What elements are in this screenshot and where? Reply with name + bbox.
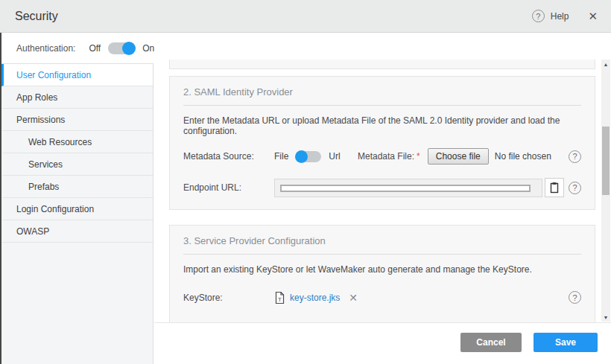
section-gap	[169, 210, 595, 225]
section-title: 3. Service Provider Configuration	[183, 235, 581, 246]
metadata-source-url-label: Url	[329, 151, 340, 162]
endpoint-url-row: Endpoint URL: ?	[183, 178, 581, 197]
sidebar-item-label: Services	[28, 159, 63, 170]
file-icon: T	[274, 291, 285, 304]
keystore-help-icon[interactable]: ?	[569, 291, 581, 304]
sidebar-item-label: OWASP	[16, 226, 49, 237]
keystore-file-link[interactable]: key-store.jks	[290, 293, 340, 303]
sidebar-item-login-configuration[interactable]: Login Configuration	[1, 198, 153, 220]
help-link[interactable]: Help	[551, 11, 569, 22]
help-icon[interactable]: ?	[532, 10, 545, 22]
scroll-down-icon[interactable]: ▼	[601, 313, 610, 322]
sidebar-item-web-resources[interactable]: Web Resources	[1, 131, 153, 153]
endpoint-url-help-icon[interactable]: ?	[569, 182, 581, 194]
metadata-file-label: Metadata File:*	[358, 151, 420, 162]
section-divider	[183, 105, 581, 106]
sidebar-item-label: Login Configuration	[16, 204, 94, 214]
choose-file-button[interactable]: Choose file	[428, 148, 489, 165]
sidebar: User Configuration App Roles Permissions…	[1, 63, 153, 364]
dialog-left-edge	[0, 33, 1, 364]
toggle-knob	[122, 42, 136, 55]
security-dialog: Security ? Help ✕ Authentication: Off On…	[0, 0, 611, 364]
service-provider-configuration-section: 3. Service Provider Configuration Import…	[169, 225, 595, 322]
sidebar-item-services[interactable]: Services	[1, 153, 153, 176]
scrollbar-thumb[interactable]	[602, 127, 610, 195]
metadata-source-toggle[interactable]	[296, 151, 321, 162]
section-description: Import an existing KeyStore or let WaveM…	[183, 264, 581, 275]
copy-button[interactable]	[545, 178, 564, 197]
metadata-source-toggle-group: File Url	[274, 151, 358, 162]
sidebar-item-label: User Configuration	[16, 70, 91, 80]
sidebar-item-prefabs[interactable]: Prefabs	[1, 176, 153, 198]
endpoint-url-input[interactable]	[274, 179, 542, 197]
sidebar-item-user-configuration[interactable]: User Configuration	[1, 64, 153, 86]
metadata-source-row: Metadata Source: File Url Metadata File:…	[183, 148, 581, 165]
section-divider	[183, 254, 581, 255]
sidebar-item-permissions[interactable]: Permissions	[1, 109, 153, 131]
section-title: 2. SAML Identity Provider	[183, 86, 581, 98]
sidebar-item-owasp[interactable]: OWASP	[1, 220, 153, 243]
toggle-knob	[295, 150, 308, 163]
svg-text:T: T	[278, 296, 282, 303]
file-chosen-status: No file chosen	[495, 151, 551, 162]
saml-identity-provider-section: 2. SAML Identity Provider Enter the Meta…	[169, 76, 595, 210]
dialog-header: Security ? Help ✕	[0, 0, 611, 33]
sidebar-item-label: App Roles	[16, 92, 57, 103]
previous-section-card-edge	[169, 60, 595, 69]
sidebar-item-app-roles[interactable]: App Roles	[1, 86, 153, 109]
keystore-row: KeyStore: T key-store.jks ✕ ?	[183, 291, 581, 304]
save-button[interactable]: Save	[534, 333, 598, 352]
vertical-scrollbar[interactable]: ▲ ▼	[601, 60, 610, 322]
authentication-label: Authentication:	[16, 43, 75, 54]
required-asterisk: *	[417, 151, 420, 162]
scroll-content: 2. SAML Identity Provider Enter the Meta…	[154, 58, 601, 322]
copy-icon	[549, 182, 560, 194]
section-description: Enter the Metadata URL or upload Metadat…	[183, 115, 581, 136]
metadata-file-help-icon[interactable]: ?	[569, 150, 581, 163]
metadata-file-label-text: Metadata File:	[358, 151, 414, 162]
keystore-label: KeyStore:	[183, 293, 274, 303]
endpoint-url-label: Endpoint URL:	[183, 182, 274, 193]
cancel-button[interactable]: Cancel	[460, 333, 522, 352]
endpoint-url-masked-value	[280, 185, 531, 192]
metadata-source-file-label: File	[274, 151, 288, 162]
sidebar-item-label: Web Resources	[28, 137, 92, 147]
authentication-off-label: Off	[89, 43, 101, 54]
remove-keystore-icon[interactable]: ✕	[349, 292, 358, 304]
page-title: Security	[15, 10, 58, 23]
keystore-file-chip: T key-store.jks ✕	[274, 291, 358, 304]
sidebar-item-label: Prefabs	[28, 182, 59, 192]
scroll-up-icon[interactable]: ▲	[601, 60, 610, 68]
main-panel: 2. SAML Identity Provider Enter the Meta…	[154, 58, 611, 364]
close-icon[interactable]: ✕	[588, 10, 598, 22]
authentication-toggle[interactable]	[108, 42, 135, 54]
metadata-source-label: Metadata Source:	[183, 151, 274, 162]
dialog-footer: Cancel Save	[154, 322, 611, 364]
authentication-on-label: On	[142, 43, 154, 54]
sidebar-item-label: Permissions	[16, 115, 65, 125]
